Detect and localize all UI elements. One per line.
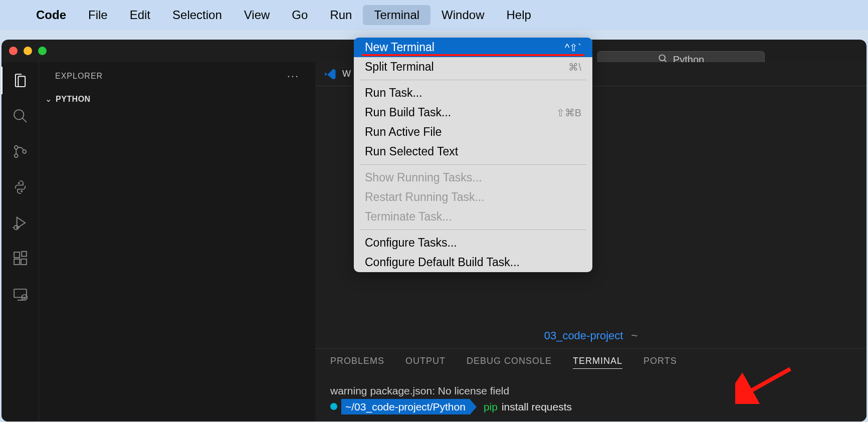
breadcrumb-tilde: ~ [631,329,637,342]
menu-item-label: New Terminal [365,41,435,54]
activity-extensions[interactable] [11,249,29,267]
breadcrumb: 03_code-project ~ [315,323,866,348]
panel-tab-terminal[interactable]: TERMINAL [573,356,622,369]
svg-point-0 [659,55,665,61]
menu-item-shortcut: ⌘\ [568,61,581,73]
chevron-down-icon: ⌄ [45,94,52,104]
menu-item-label: Run Selected Text [365,145,458,158]
terminal-path: ~/03_code-project/Python [341,399,470,415]
menu-selection[interactable]: Selection [161,5,233,25]
menu-terminate-task: Terminate Task... [354,207,592,227]
traffic-lights [9,47,47,55]
menu-help[interactable]: Help [495,5,542,25]
svg-point-5 [14,154,18,157]
menu-separator [360,230,586,230]
minimize-window-button[interactable] [24,47,32,55]
svg-rect-15 [21,259,26,264]
editor-tab-text: W [342,69,351,79]
terminal-cmd-pip: pip [484,399,498,415]
svg-point-4 [14,145,18,149]
menu-new-terminal[interactable]: New Terminal ^⇧` [354,38,592,57]
menu-item-shortcut: ^⇧` [565,42,581,54]
menu-show-running-tasks: Show Running Tasks... [354,168,592,187]
menu-item-shortcut: ⇧⌘B [556,107,581,119]
svg-rect-14 [14,259,20,264]
panel-tab-output[interactable]: OUTPUT [405,356,446,369]
svg-point-8 [21,190,22,191]
sidebar-title: EXPLORER [55,72,103,81]
panel-tab-ports[interactable]: PORTS [643,356,677,369]
svg-line-21 [745,369,790,394]
sidebar-header: EXPLORER ··· [39,62,315,90]
activitybar [2,62,39,421]
menu-item-label: Show Running Tasks... [365,171,482,184]
menu-item-label: Restart Running Task... [365,190,485,204]
menu-run[interactable]: Run [319,5,363,25]
svg-line-3 [22,118,26,122]
menu-configure-tasks[interactable]: Configure Tasks... [354,233,592,253]
menu-restart-running-task: Restart Running Task... [354,187,592,207]
terminal-dropdown-menu: New Terminal ^⇧` Split Terminal ⌘\ Run T… [354,38,592,272]
menu-separator [360,164,586,165]
menu-go[interactable]: Go [281,5,319,25]
activity-remote[interactable] [11,285,29,303]
menu-item-label: Run Task... [365,86,422,100]
menu-view[interactable]: View [233,5,281,25]
svg-point-6 [23,150,26,153]
menu-terminal[interactable]: Terminal [363,5,430,25]
annotation-underline [362,54,584,56]
sidebar-section-python[interactable]: ⌄ PYTHON [39,90,315,108]
svg-rect-16 [22,251,27,256]
menu-item-label: Split Terminal [365,60,434,74]
menu-edit[interactable]: Edit [119,5,161,25]
menu-app[interactable]: Code [25,5,77,25]
menu-run-selected-text[interactable]: Run Selected Text [354,142,592,161]
annotation-arrow [735,364,795,406]
menu-file[interactable]: File [77,5,119,25]
sidebar-section-name: PYTHON [56,95,91,104]
svg-rect-17 [14,289,27,297]
menu-run-active-file[interactable]: Run Active File [354,122,592,142]
svg-line-1 [664,60,666,62]
close-window-button[interactable] [9,47,18,55]
terminal-status-dot [330,403,337,410]
menu-item-label: Run Build Task... [365,106,451,119]
sidebar: EXPLORER ··· ⌄ PYTHON [39,62,315,421]
sidebar-more-icon[interactable]: ··· [287,70,299,83]
svg-rect-13 [14,252,20,258]
menu-separator [360,80,586,80]
menu-item-label: Terminate Task... [365,210,452,224]
menu-window[interactable]: Window [430,5,495,25]
menu-item-label: Configure Tasks... [365,236,457,250]
activity-explorer[interactable] [11,71,29,89]
activity-python[interactable] [11,178,29,196]
activity-run-debug[interactable] [11,214,29,232]
breadcrumb-project[interactable]: 03_code-project [544,329,623,342]
vscode-icon [323,67,337,81]
menu-configure-default-build-task[interactable]: Configure Default Build Task... [354,253,592,272]
terminal-cmd-rest: install requests [502,399,572,415]
menu-item-label: Configure Default Build Task... [365,256,520,269]
svg-point-2 [14,110,24,119]
panel-tab-problems[interactable]: PROBLEMS [330,356,384,369]
menu-item-label: Run Active File [365,125,442,139]
menu-run-build-task[interactable]: Run Build Task... ⇧⌘B [354,103,592,122]
panel-tab-debug-console[interactable]: DEBUG CONSOLE [467,356,552,369]
activity-source-control[interactable] [11,142,29,160]
svg-point-7 [18,182,19,183]
mac-menubar: Code File Edit Selection View Go Run Ter… [0,0,868,30]
activity-search[interactable] [11,107,29,125]
menu-run-task[interactable]: Run Task... [354,83,592,103]
maximize-window-button[interactable] [38,47,47,55]
menu-split-terminal[interactable]: Split Terminal ⌘\ [354,57,592,77]
